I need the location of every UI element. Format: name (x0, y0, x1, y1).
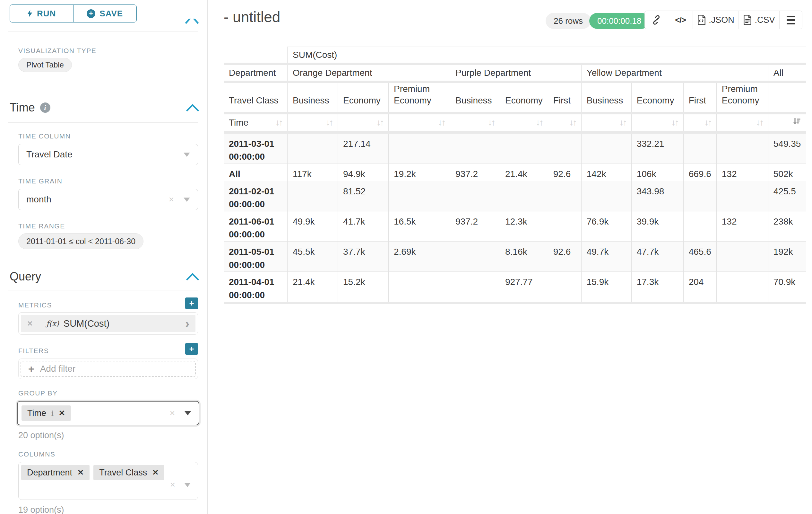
clear-icon[interactable]: × (169, 195, 174, 204)
info-icon[interactable]: i (40, 103, 50, 113)
plus-circle-icon: + (87, 9, 95, 18)
remove-chip-icon[interactable]: ✕ (59, 409, 65, 417)
time-collapse-icon[interactable] (186, 104, 199, 113)
add-filter-plus-button[interactable]: + (185, 343, 198, 355)
filters-label: FILTERS (18, 347, 49, 355)
pivot-value-cell: 49.7k (582, 241, 632, 271)
link-icon (651, 15, 661, 25)
column-info-icon[interactable]: i (51, 409, 54, 417)
pivot-value-cell (548, 271, 582, 302)
pivot-class-header: First (684, 83, 717, 112)
chart-type-collapse-icon[interactable] (185, 19, 199, 24)
group-by-select[interactable]: Timei✕ × (17, 401, 199, 425)
selected-option-chip[interactable]: Travel Class✕ (93, 465, 164, 480)
expand-metric-icon[interactable]: › (179, 315, 196, 332)
pivot-value-cell (582, 181, 632, 211)
pivot-sort-cell: ↓↑ (717, 114, 768, 131)
pivot-class-header: Business (288, 83, 338, 112)
pivot-value-cell (548, 134, 582, 164)
sort-icon[interactable]: ↓↑ (326, 117, 332, 128)
remove-metric-icon[interactable]: × (21, 315, 39, 332)
selected-option-chip[interactable]: Timei✕ (22, 405, 71, 421)
add-filter-button[interactable]: + Add filter (21, 361, 196, 377)
chevron-down-icon[interactable] (184, 483, 191, 487)
pivot-sort-cell (768, 114, 807, 131)
sort-icon[interactable]: ↓↑ (276, 117, 282, 128)
pivot-value-cell: 217.14 (338, 134, 389, 164)
pivot-value-cell (389, 271, 450, 302)
save-button[interactable]: + SAVE (73, 5, 137, 22)
sort-icon[interactable]: ↓↑ (619, 117, 626, 128)
metrics-label: METRICS (18, 301, 52, 309)
sort-desc-icon[interactable] (792, 117, 801, 128)
time-range-label: TIME RANGE (18, 222, 65, 230)
plus-icon: + (28, 364, 34, 374)
chevron-down-icon[interactable] (183, 197, 190, 202)
view-query-button[interactable]: </> (668, 11, 693, 29)
run-button[interactable]: RUN (10, 5, 73, 22)
chevron-down-icon[interactable] (183, 153, 190, 157)
sort-icon[interactable]: ↓↑ (376, 117, 383, 128)
more-menu-button[interactable] (779, 11, 802, 29)
metric-pill[interactable]: × ƒ(x) SUM(Cost) › (21, 315, 196, 332)
table-row: 2011-05-01 00:00:0045.5k37.7k2.69k8.16k9… (224, 241, 806, 271)
remove-chip-icon[interactable]: ✕ (77, 468, 84, 477)
selected-option-chip[interactable]: Department✕ (21, 465, 90, 480)
pivot-row-label: 2011-06-01 00:00:00 (224, 211, 288, 241)
clear-icon[interactable]: × (170, 409, 175, 417)
export-json-button[interactable]: .JSON (693, 11, 738, 29)
pivot-department-header: Orange Department (288, 65, 450, 81)
sort-icon[interactable]: ↓↑ (488, 117, 495, 128)
pivot-value-cell: 2.69k (389, 241, 450, 271)
row-separator (224, 81, 806, 83)
pivot-sort-cell: ↓↑ (338, 114, 389, 131)
control-panel-sidebar: Chart Type RUN + SAVE VISUALIZATION TYPE… (0, 0, 207, 514)
sort-icon[interactable]: ↓↑ (756, 117, 763, 128)
chevron-down-icon[interactable] (184, 411, 191, 415)
pivot-sort-cell: ↓↑ (389, 114, 450, 131)
time-grain-select[interactable]: month × (18, 189, 198, 210)
pivot-value-cell: 17.3k (632, 271, 684, 302)
pivot-sort-cell: ↓↑ (500, 114, 548, 131)
pivot-class-header: Economy (500, 83, 548, 112)
pivot-row-label: 2011-04-01 00:00:00 (224, 271, 288, 302)
export-csv-button[interactable]: .CSV (738, 11, 779, 29)
pivot-value-cell: 81.52 (338, 181, 389, 211)
pivot-value-cell (288, 134, 338, 164)
filters-field: + Add filter (18, 358, 198, 379)
add-metric-button[interactable]: + (185, 297, 198, 309)
columns-select[interactable]: Department✕Travel Class✕ × (18, 462, 198, 500)
pivot-value-cell: 465.6 (684, 241, 717, 271)
csv-file-icon (743, 15, 752, 25)
pivot-sort-cell: ↓↑ (632, 114, 684, 131)
pivot-department-header: Purple Department (450, 65, 582, 81)
pivot-value-cell: 19.2k (389, 164, 450, 181)
pivot-value-cell (548, 211, 582, 241)
pivot-table-container: SUM(Cost)DepartmentOrange DepartmentPurp… (224, 47, 806, 304)
sort-icon[interactable]: ↓↑ (704, 117, 711, 128)
table-row: 2011-02-01 00:00:0081.52343.98425.5 (224, 181, 806, 211)
share-link-button[interactable] (645, 11, 668, 29)
pivot-value-cell (450, 241, 500, 271)
remove-chip-icon[interactable]: ✕ (152, 468, 158, 477)
time-column-select[interactable]: Travel Date (18, 144, 198, 165)
pivot-class-header: Economy (338, 83, 389, 112)
viz-type-pill[interactable]: Pivot Table (18, 58, 72, 72)
clear-icon[interactable]: × (170, 480, 175, 489)
export-toolbar: </> .JSON .CSV (644, 10, 802, 29)
chart-title[interactable]: - untitled (224, 8, 280, 26)
code-icon: </> (675, 16, 686, 25)
sort-icon[interactable]: ↓↑ (438, 117, 445, 128)
row-separator (224, 302, 806, 304)
query-collapse-icon[interactable] (186, 272, 199, 282)
pivot-metric-header: SUM(Cost) (288, 47, 806, 63)
sort-icon[interactable]: ↓↑ (536, 117, 543, 128)
pivot-sort-cell: ↓↑ (450, 114, 500, 131)
sort-icon[interactable]: ↓↑ (671, 117, 678, 128)
pivot-value-cell: 425.5 (768, 181, 807, 211)
run-save-button-group: RUN + SAVE (10, 4, 137, 23)
menu-icon (787, 16, 795, 24)
sort-icon[interactable]: ↓↑ (569, 117, 576, 128)
pivot-value-cell: 332.21 (632, 134, 684, 164)
time-range-pill[interactable]: 2011-01-01 ≤ col < 2011-06-30 (18, 233, 143, 249)
